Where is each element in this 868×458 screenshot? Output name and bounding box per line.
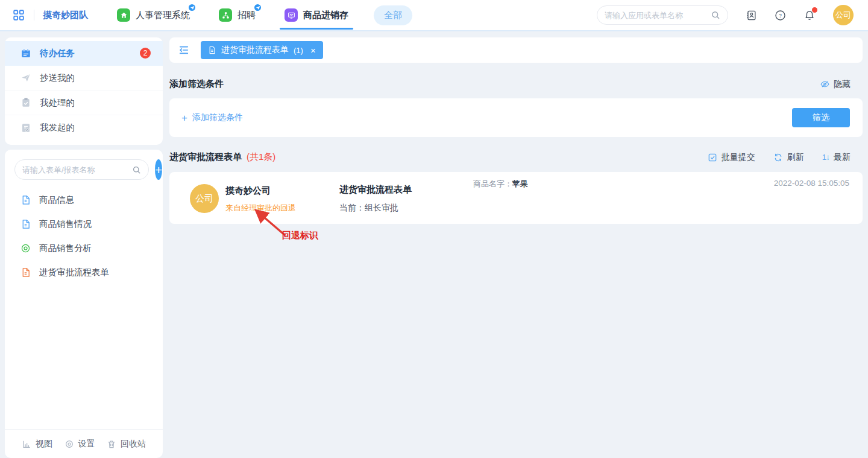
plus-icon: + [155,164,162,176]
sidebar-form-product-info[interactable]: 商品信息 [5,188,163,212]
row-company-name: 摸奇妙公司 [225,185,339,197]
collapse-sidebar-icon[interactable] [178,44,190,56]
add-form-button[interactable]: + [155,159,162,180]
footer-item-label: 设置 [78,439,95,450]
footer-item-label: 回收站 [121,439,146,450]
eye-off-icon [820,79,830,89]
row-avatar: 公司 [190,184,219,213]
house-icon [117,8,130,22]
sort-icon: 1↓ [822,153,829,162]
hide-label: 隐藏 [834,79,851,90]
list-title: 进货审批流程表单(共1条) [169,151,275,163]
sidebar-item-label: 我发起的 [40,122,75,133]
filter-section-title: 添加筛选条件 [169,78,224,90]
app-tab-hr-system[interactable]: 人事管理系统 [117,8,190,22]
open-form-tab-label: 进货审批流程表单 [221,45,289,56]
gear-icon [64,439,74,449]
recycle-bin-button[interactable]: 回收站 [107,439,146,450]
sidebar-forms-card: + 商品信息 商品销售情况 商品销售分析 进货审批流程表单 [5,150,163,458]
sidebar-item-started-by-me[interactable]: 我发起的 [5,115,163,140]
hide-filters-button[interactable]: 隐藏 [820,79,851,90]
sidebar-form-purchase-approval[interactable]: 进货审批流程表单 [5,260,163,284]
all-apps-pill[interactable]: 全部 [374,5,412,25]
apps-grid-icon[interactable] [12,8,25,22]
app-tab-label: 招聘 [237,10,256,21]
help-icon[interactable]: ? [775,10,786,21]
row-product-field: 商品名字：苹果 [473,179,528,189]
batch-submit-button[interactable]: 批量提交 [708,152,755,163]
sidebar-item-label: 抄送我的 [40,72,75,84]
sort-latest-button[interactable]: 1↓ 最新 [822,152,851,163]
refresh-label: 刷新 [787,152,804,163]
clipboard-check-icon [20,97,31,108]
sort-latest-label: 最新 [834,152,851,163]
notifications-bell-icon[interactable] [804,9,816,21]
app-tab-inventory[interactable]: 商品进销存 [285,8,348,22]
sidebar-tasks-card: 待办任务 2 抄送我的 我处理的 我发起的 [5,37,163,145]
sidebar-form-sales-analysis[interactable]: 商品销售分析 [5,236,163,260]
app-search-input[interactable] [605,11,707,20]
main-header-card: 进货审批流程表单 (1) × [169,37,863,63]
row-timestamp: 2022-02-08 15:05:05 [774,179,849,188]
sidebar-item-todo[interactable]: 待办任务 2 [5,41,163,66]
monitor-chart-icon [285,8,298,22]
file-icon [20,267,31,278]
filter-card: + 添加筛选条件 筛选 [169,98,863,137]
team-name[interactable]: 摸奇妙团队 [43,10,88,21]
batch-submit-label: 批量提交 [722,152,755,163]
list-title-text: 进货审批流程表单 [169,151,242,162]
approval-row[interactable]: 公司 摸奇妙公司 来自经理审批的回退 进货审批流程表单 当前：组长审批 商品名字… [169,172,863,224]
search-icon [711,10,720,20]
app-tab-label: 人事管理系统 [136,10,190,21]
svg-text:?: ? [779,12,782,18]
add-filter-button[interactable]: + 添加筛选条件 [181,112,243,123]
trash-icon [107,439,116,449]
form-search[interactable] [14,159,149,180]
divider [34,10,34,21]
close-icon[interactable]: × [310,46,316,55]
app-tab-recruiting[interactable]: 招聘 [219,8,256,22]
todo-count-badge: 2 [140,48,151,59]
search-icon [132,165,141,174]
list-actions: 批量提交 刷新 1↓ 最新 [708,152,851,163]
row-rollback-note: 来自经理审批的回退 [225,203,339,214]
org-chart-icon [219,8,232,22]
topbar: 摸奇妙团队 人事管理系统 招聘 商品进销存 全部 [0,0,868,31]
app-search[interactable] [597,5,728,25]
plus-icon: + [181,113,187,123]
form-item-label: 进货审批流程表单 [39,267,109,278]
document-edit-icon [20,122,31,133]
add-filter-label: 添加筛选条件 [192,112,243,123]
sidebar-form-sales-status[interactable]: 商品销售情况 [5,212,163,236]
dashboard-target-icon [20,243,31,253]
filter-submit-button[interactable]: 筛选 [792,108,850,127]
avatar[interactable]: 公司 [833,5,854,25]
form-item-label: 商品销售分析 [39,243,92,254]
open-form-tab-count: (1) [294,46,303,55]
shared-badge-icon [253,3,262,12]
list-count: (共1条) [247,151,275,162]
row-form-title: 进货审批流程表单 [339,184,467,196]
sidebar-item-label: 待办任务 [40,48,75,59]
bar-chart-icon [22,439,31,449]
notification-dot [812,7,817,13]
paper-plane-icon [20,72,31,83]
annotation-label: 回退标识 [282,230,318,241]
checkbox-check-icon [708,153,717,162]
file-icon [20,219,31,229]
shared-badge-icon [187,3,197,12]
refresh-button[interactable]: 刷新 [773,152,804,163]
sidebar-item-handled-by-me[interactable]: 我处理的 [5,91,163,115]
file-icon [208,46,216,54]
sidebar-item-cc-to-me[interactable]: 抄送我的 [5,66,163,91]
file-icon [20,195,31,205]
field-label: 商品名字： [473,179,512,188]
form-search-input[interactable] [22,165,128,174]
row-current-step: 当前：组长审批 [339,203,467,214]
views-button[interactable]: 视图 [22,439,52,450]
contacts-icon[interactable] [746,10,757,21]
settings-button[interactable]: 设置 [64,439,95,450]
open-form-tab[interactable]: 进货审批流程表单 (1) × [201,41,323,59]
form-item-label: 商品信息 [39,194,74,206]
topbar-right: ? 公司 [597,5,854,25]
